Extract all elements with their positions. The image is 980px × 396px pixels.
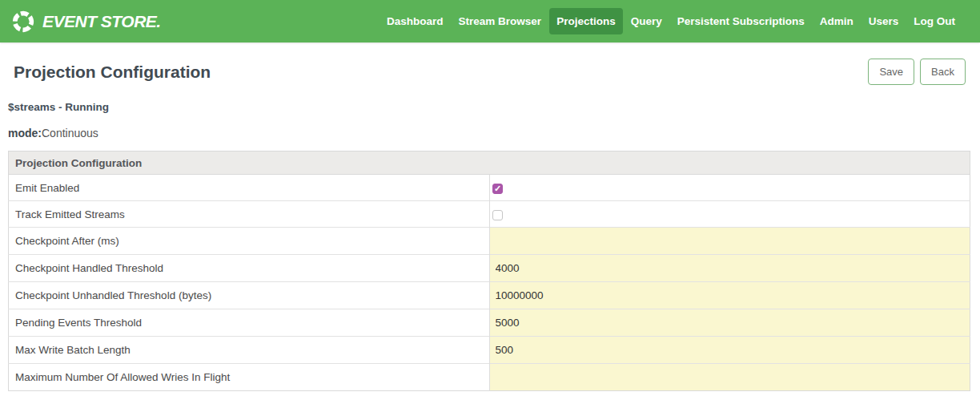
nav-menu: DashboardStream BrowserProjectionsQueryP… xyxy=(379,8,962,34)
row-value-cell xyxy=(489,309,970,337)
checkpoint-after-ms-input[interactable] xyxy=(490,228,970,254)
nav-item-persistent-subscriptions[interactable]: Persistent Subscriptions xyxy=(670,8,812,34)
table-row: Checkpoint After (ms) xyxy=(9,228,970,255)
page-header: Projection Configuration Save Back xyxy=(0,42,980,85)
row-label-emit-enabled: Emit Enabled xyxy=(9,175,490,201)
nav-item-admin[interactable]: Admin xyxy=(813,8,861,34)
row-label-checkpoint-handled-threshold: Checkpoint Handled Threshold xyxy=(9,255,490,282)
row-value-cell xyxy=(489,201,970,228)
row-value-cell xyxy=(489,364,970,391)
checkpoint-unhandled-threshold-bytes-input[interactable] xyxy=(490,282,970,309)
page-title: Projection Configuration xyxy=(14,59,211,82)
pending-events-threshold-input[interactable] xyxy=(490,309,970,336)
max-write-batch-length-input[interactable] xyxy=(490,337,970,363)
nav-item-stream-browser[interactable]: Stream Browser xyxy=(452,8,549,34)
projection-status: $streams - Running xyxy=(8,101,980,113)
save-button[interactable]: Save xyxy=(868,59,914,85)
row-value-cell xyxy=(489,175,970,201)
checkpoint-handled-threshold-input[interactable] xyxy=(490,255,970,281)
top-navbar: EVENT STORE. DashboardStream BrowserProj… xyxy=(0,0,980,42)
nav-item-query[interactable]: Query xyxy=(624,8,669,34)
row-label-maximum-number-of-allowed-wries-in-flight: Maximum Number Of Allowed Wries In Fligh… xyxy=(9,364,490,391)
row-value-cell xyxy=(489,228,970,255)
track-emitted-streams-checkbox[interactable] xyxy=(492,210,503,220)
row-label-checkpoint-after-ms: Checkpoint After (ms) xyxy=(9,228,490,255)
row-value-cell xyxy=(489,255,970,282)
brand-text: EVENT STORE. xyxy=(42,12,161,31)
table-row: Checkpoint Handled Threshold xyxy=(9,255,970,282)
projection-config-table: Projection Configuration Emit EnabledTra… xyxy=(8,151,970,391)
header-buttons: Save Back xyxy=(868,59,966,85)
nav-item-dashboard[interactable]: Dashboard xyxy=(380,8,451,34)
nav-item-log-out[interactable]: Log Out xyxy=(906,8,962,34)
row-label-checkpoint-unhandled-threshold-bytes: Checkpoint Unhandled Threshold (bytes) xyxy=(9,282,490,309)
nav-item-projections[interactable]: Projections xyxy=(549,8,623,34)
table-row: Emit Enabled xyxy=(9,175,970,201)
nav-item-users[interactable]: Users xyxy=(862,8,906,34)
row-label-max-write-batch-length: Max Write Batch Length xyxy=(9,337,490,364)
mode-label: mode: xyxy=(8,127,42,139)
table-header: Projection Configuration xyxy=(9,152,970,175)
table-row: Pending Events Threshold xyxy=(9,309,970,337)
projection-mode: mode:Continuous xyxy=(8,127,980,139)
table-row: Track Emitted Streams xyxy=(9,201,970,228)
table-row: Max Write Batch Length xyxy=(9,337,970,364)
row-label-track-emitted-streams: Track Emitted Streams xyxy=(9,201,490,228)
row-value-cell xyxy=(489,282,970,309)
mode-value: Continuous xyxy=(42,127,98,139)
table-row: Maximum Number Of Allowed Wries In Fligh… xyxy=(9,364,970,391)
row-value-cell xyxy=(489,337,970,364)
event-store-brand[interactable]: EVENT STORE. xyxy=(11,10,161,34)
table-row: Checkpoint Unhandled Threshold (bytes) xyxy=(9,282,970,309)
row-label-pending-events-threshold: Pending Events Threshold xyxy=(9,309,490,337)
event-store-logo-icon xyxy=(11,10,35,34)
maximum-number-of-allowed-wries-in-flight-input[interactable] xyxy=(490,364,970,390)
emit-enabled-checkbox[interactable] xyxy=(492,184,503,194)
config-table-body: Emit EnabledTrack Emitted StreamsCheckpo… xyxy=(9,175,970,391)
back-button[interactable]: Back xyxy=(920,59,966,85)
